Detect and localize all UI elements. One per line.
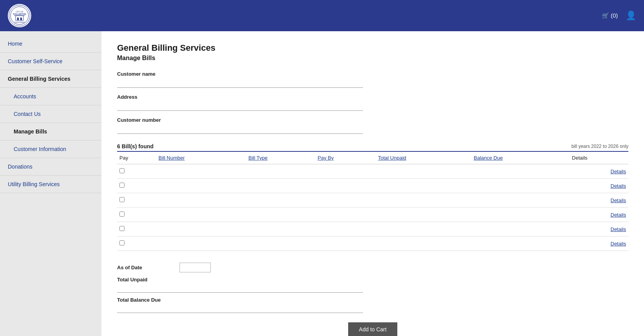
sidebar-item-home[interactable]: Home: [0, 35, 101, 53]
table-row: Details: [117, 164, 628, 179]
pay-checkbox-4[interactable]: [119, 226, 125, 231]
pay-checkbox-2[interactable]: [119, 197, 125, 202]
cell-bill-number-4: [156, 222, 246, 236]
sidebar-item-customer-self-service[interactable]: Customer Self-Service: [0, 53, 101, 70]
cell-pay-0: [117, 164, 156, 179]
cell-bill-type-4: [246, 222, 315, 236]
total-unpaid-row: Total Unpaid: [117, 276, 628, 293]
cell-total-unpaid-4: [376, 222, 471, 236]
cell-pay-4: [117, 222, 156, 236]
table-row: Details: [117, 208, 628, 222]
details-link-0[interactable]: Details: [610, 169, 626, 174]
page-title: General Billing Services: [117, 43, 628, 53]
city-logo: CITY OF FULLERTON CALIFORNIA: [8, 4, 31, 27]
customer-number-field: Customer number: [117, 117, 628, 134]
total-balance-due-label: Total Balance Due: [117, 297, 161, 303]
cell-pay-by-3: [315, 208, 376, 222]
customer-name-value: [117, 78, 363, 88]
pay-checkbox-0[interactable]: [119, 168, 125, 173]
table-header-row: Pay Bill Number Bill Type Pay By Total U…: [117, 152, 628, 164]
svg-text:FULLERTON: FULLERTON: [13, 13, 26, 15]
sidebar-item-customer-information[interactable]: Customer Information: [0, 140, 101, 158]
cell-total-unpaid-5: [376, 236, 471, 251]
sidebar-item-manage-bills[interactable]: Manage Bills: [0, 123, 101, 140]
bills-header-row: 6 Bill(s) found bill years 2022 to 2026 …: [117, 143, 628, 152]
cart-button[interactable]: 🛒 (0): [602, 12, 618, 19]
col-total-unpaid[interactable]: Total Unpaid: [376, 152, 471, 164]
svg-text:CALIFORNIA: CALIFORNIA: [14, 21, 25, 23]
svg-rect-5: [17, 18, 19, 20]
cell-bill-type-2: [246, 193, 315, 208]
total-unpaid-label: Total Unpaid: [117, 277, 148, 283]
address-label: Address: [117, 94, 628, 100]
sidebar-item-donations[interactable]: Donations: [0, 158, 101, 176]
address-field: Address: [117, 94, 628, 111]
details-link-5[interactable]: Details: [610, 241, 626, 247]
col-bill-number[interactable]: Bill Number: [156, 152, 246, 164]
sidebar-item-accounts[interactable]: Accounts: [0, 88, 101, 105]
add-to-cart-wrap: Add to Cart: [117, 322, 628, 336]
col-bill-type[interactable]: Bill Type: [246, 152, 315, 164]
pay-checkbox-1[interactable]: [119, 183, 125, 188]
cell-pay-5: [117, 236, 156, 251]
pay-checkbox-3[interactable]: [119, 212, 125, 217]
as-of-date-label: As of Date: [117, 265, 180, 270]
customer-name-field: Customer name: [117, 71, 628, 88]
cell-bill-number-2: [156, 193, 246, 208]
table-row: Details: [117, 222, 628, 236]
details-link-1[interactable]: Details: [610, 183, 626, 189]
cell-details-4: Details: [569, 222, 628, 236]
cell-bill-type-3: [246, 208, 315, 222]
cell-details-3: Details: [569, 208, 628, 222]
details-link-2[interactable]: Details: [610, 197, 626, 203]
cell-total-unpaid-2: [376, 193, 471, 208]
cell-bill-type-1: [246, 179, 315, 193]
page-subtitle: Manage Bills: [117, 55, 628, 62]
cell-balance-due-0: [471, 164, 570, 179]
cell-pay-2: [117, 193, 156, 208]
bills-table: Pay Bill Number Bill Type Pay By Total U…: [117, 152, 628, 251]
customer-number-value: [117, 124, 363, 134]
total-unpaid-value: [117, 283, 363, 293]
col-pay-by[interactable]: Pay By: [315, 152, 376, 164]
main-layout: Home Customer Self-Service General Billi…: [0, 31, 644, 336]
col-balance-due[interactable]: Balance Due: [471, 152, 570, 164]
sidebar-item-general-billing-services[interactable]: General Billing Services: [0, 70, 101, 88]
cell-total-unpaid-3: [376, 208, 471, 222]
as-of-date-input[interactable]: [180, 263, 211, 272]
svg-rect-6: [20, 18, 22, 20]
cell-details-5: Details: [569, 236, 628, 251]
customer-number-label: Customer number: [117, 117, 628, 123]
cell-pay-1: [117, 179, 156, 193]
cell-bill-type-0: [246, 164, 315, 179]
cell-balance-due-4: [471, 222, 570, 236]
cell-details-1: Details: [569, 179, 628, 193]
cell-details-2: Details: [569, 193, 628, 208]
cell-pay-by-2: [315, 193, 376, 208]
details-link-4[interactable]: Details: [610, 226, 626, 232]
cell-bill-number-1: [156, 179, 246, 193]
sidebar-item-utility-billing-services[interactable]: Utility Billing Services: [0, 176, 101, 193]
cell-bill-number-3: [156, 208, 246, 222]
bill-years-note: bill years 2022 to 2026 only: [571, 144, 628, 149]
cell-pay-by-4: [315, 222, 376, 236]
as-of-date-row: As of Date: [117, 263, 628, 272]
pay-checkbox-5[interactable]: [119, 240, 125, 245]
cell-bill-number-0: [156, 164, 246, 179]
header: CITY OF FULLERTON CALIFORNIA 🛒 (0) 👤: [0, 0, 644, 31]
sidebar: Home Customer Self-Service General Billi…: [0, 31, 101, 336]
cell-pay-by-5: [315, 236, 376, 251]
add-to-cart-button[interactable]: Add to Cart: [348, 322, 398, 336]
cell-pay-3: [117, 208, 156, 222]
table-row: Details: [117, 193, 628, 208]
cell-balance-due-3: [471, 208, 570, 222]
total-balance-due-value: [117, 304, 363, 313]
content-area: General Billing Services Manage Bills Cu…: [101, 31, 644, 336]
details-link-3[interactable]: Details: [610, 212, 626, 218]
bills-found-text: 6 Bill(s) found: [117, 143, 153, 149]
cell-pay-by-1: [315, 179, 376, 193]
table-row: Details: [117, 179, 628, 193]
address-value: [117, 101, 363, 111]
sidebar-item-contact-us[interactable]: Contact Us: [0, 105, 101, 123]
user-icon[interactable]: 👤: [626, 11, 636, 21]
